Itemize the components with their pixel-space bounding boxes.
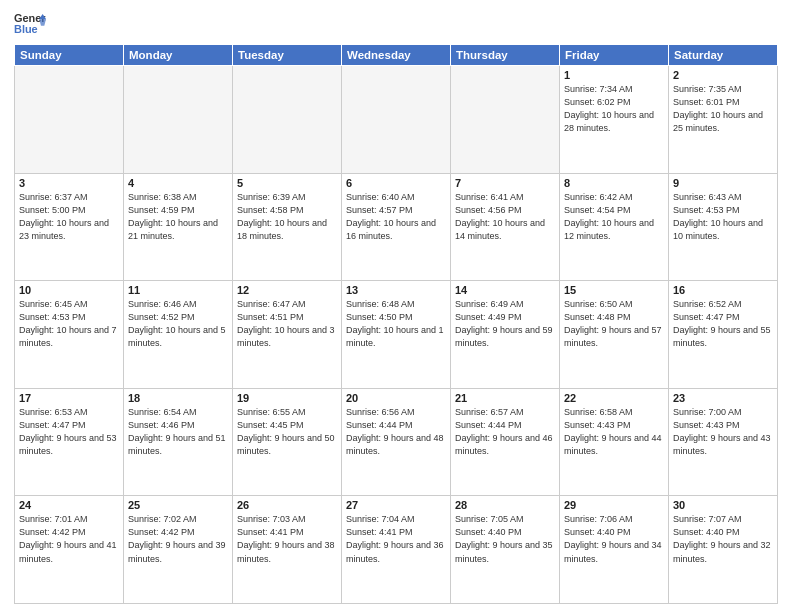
calendar-cell: 19Sunrise: 6:55 AM Sunset: 4:45 PM Dayli…: [233, 388, 342, 496]
day-number: 9: [673, 177, 773, 189]
weekday-header-thursday: Thursday: [451, 45, 560, 66]
day-info: Sunrise: 6:53 AM Sunset: 4:47 PM Dayligh…: [19, 406, 119, 458]
weekday-header-row: SundayMondayTuesdayWednesdayThursdayFrid…: [15, 45, 778, 66]
calendar-cell: 16Sunrise: 6:52 AM Sunset: 4:47 PM Dayli…: [669, 281, 778, 389]
calendar-table: SundayMondayTuesdayWednesdayThursdayFrid…: [14, 44, 778, 604]
day-info: Sunrise: 7:05 AM Sunset: 4:40 PM Dayligh…: [455, 513, 555, 565]
week-row-2: 10Sunrise: 6:45 AM Sunset: 4:53 PM Dayli…: [15, 281, 778, 389]
svg-text:Blue: Blue: [14, 23, 38, 35]
calendar-cell: 6Sunrise: 6:40 AM Sunset: 4:57 PM Daylig…: [342, 173, 451, 281]
day-info: Sunrise: 7:35 AM Sunset: 6:01 PM Dayligh…: [673, 83, 773, 135]
calendar-cell: 26Sunrise: 7:03 AM Sunset: 4:41 PM Dayli…: [233, 496, 342, 604]
day-info: Sunrise: 6:49 AM Sunset: 4:49 PM Dayligh…: [455, 298, 555, 350]
logo-icon: General Blue: [14, 10, 46, 38]
calendar-cell: 23Sunrise: 7:00 AM Sunset: 4:43 PM Dayli…: [669, 388, 778, 496]
day-info: Sunrise: 7:03 AM Sunset: 4:41 PM Dayligh…: [237, 513, 337, 565]
calendar-cell: [15, 66, 124, 174]
calendar-cell: 14Sunrise: 6:49 AM Sunset: 4:49 PM Dayli…: [451, 281, 560, 389]
day-info: Sunrise: 7:04 AM Sunset: 4:41 PM Dayligh…: [346, 513, 446, 565]
day-number: 26: [237, 499, 337, 511]
day-number: 27: [346, 499, 446, 511]
day-number: 14: [455, 284, 555, 296]
calendar-cell: 20Sunrise: 6:56 AM Sunset: 4:44 PM Dayli…: [342, 388, 451, 496]
day-info: Sunrise: 6:54 AM Sunset: 4:46 PM Dayligh…: [128, 406, 228, 458]
day-info: Sunrise: 6:42 AM Sunset: 4:54 PM Dayligh…: [564, 191, 664, 243]
day-info: Sunrise: 6:41 AM Sunset: 4:56 PM Dayligh…: [455, 191, 555, 243]
day-info: Sunrise: 7:02 AM Sunset: 4:42 PM Dayligh…: [128, 513, 228, 565]
day-number: 13: [346, 284, 446, 296]
day-number: 8: [564, 177, 664, 189]
day-number: 12: [237, 284, 337, 296]
week-row-0: 1Sunrise: 7:34 AM Sunset: 6:02 PM Daylig…: [15, 66, 778, 174]
day-info: Sunrise: 6:40 AM Sunset: 4:57 PM Dayligh…: [346, 191, 446, 243]
day-number: 17: [19, 392, 119, 404]
day-info: Sunrise: 6:38 AM Sunset: 4:59 PM Dayligh…: [128, 191, 228, 243]
calendar-cell: 4Sunrise: 6:38 AM Sunset: 4:59 PM Daylig…: [124, 173, 233, 281]
day-number: 30: [673, 499, 773, 511]
calendar-cell: [124, 66, 233, 174]
calendar-cell: [342, 66, 451, 174]
day-number: 3: [19, 177, 119, 189]
calendar-cell: 7Sunrise: 6:41 AM Sunset: 4:56 PM Daylig…: [451, 173, 560, 281]
calendar-cell: 10Sunrise: 6:45 AM Sunset: 4:53 PM Dayli…: [15, 281, 124, 389]
day-info: Sunrise: 7:01 AM Sunset: 4:42 PM Dayligh…: [19, 513, 119, 565]
day-number: 23: [673, 392, 773, 404]
calendar-cell: 18Sunrise: 6:54 AM Sunset: 4:46 PM Dayli…: [124, 388, 233, 496]
day-info: Sunrise: 7:00 AM Sunset: 4:43 PM Dayligh…: [673, 406, 773, 458]
weekday-header-friday: Friday: [560, 45, 669, 66]
weekday-header-monday: Monday: [124, 45, 233, 66]
weekday-header-wednesday: Wednesday: [342, 45, 451, 66]
day-number: 10: [19, 284, 119, 296]
calendar-cell: 1Sunrise: 7:34 AM Sunset: 6:02 PM Daylig…: [560, 66, 669, 174]
page: General Blue SundayMondayTuesdayWednesda…: [0, 0, 792, 612]
calendar-cell: 3Sunrise: 6:37 AM Sunset: 5:00 PM Daylig…: [15, 173, 124, 281]
calendar-cell: 28Sunrise: 7:05 AM Sunset: 4:40 PM Dayli…: [451, 496, 560, 604]
day-info: Sunrise: 6:46 AM Sunset: 4:52 PM Dayligh…: [128, 298, 228, 350]
day-info: Sunrise: 6:50 AM Sunset: 4:48 PM Dayligh…: [564, 298, 664, 350]
day-info: Sunrise: 6:57 AM Sunset: 4:44 PM Dayligh…: [455, 406, 555, 458]
day-number: 2: [673, 69, 773, 81]
day-info: Sunrise: 6:58 AM Sunset: 4:43 PM Dayligh…: [564, 406, 664, 458]
logo: General Blue: [14, 10, 46, 38]
calendar-cell: [451, 66, 560, 174]
day-info: Sunrise: 6:43 AM Sunset: 4:53 PM Dayligh…: [673, 191, 773, 243]
day-number: 25: [128, 499, 228, 511]
calendar-cell: 2Sunrise: 7:35 AM Sunset: 6:01 PM Daylig…: [669, 66, 778, 174]
day-info: Sunrise: 7:07 AM Sunset: 4:40 PM Dayligh…: [673, 513, 773, 565]
calendar-cell: 17Sunrise: 6:53 AM Sunset: 4:47 PM Dayli…: [15, 388, 124, 496]
day-info: Sunrise: 6:37 AM Sunset: 5:00 PM Dayligh…: [19, 191, 119, 243]
calendar-cell: 27Sunrise: 7:04 AM Sunset: 4:41 PM Dayli…: [342, 496, 451, 604]
week-row-4: 24Sunrise: 7:01 AM Sunset: 4:42 PM Dayli…: [15, 496, 778, 604]
day-number: 28: [455, 499, 555, 511]
day-info: Sunrise: 7:06 AM Sunset: 4:40 PM Dayligh…: [564, 513, 664, 565]
calendar-cell: 12Sunrise: 6:47 AM Sunset: 4:51 PM Dayli…: [233, 281, 342, 389]
day-number: 22: [564, 392, 664, 404]
day-number: 18: [128, 392, 228, 404]
day-info: Sunrise: 6:47 AM Sunset: 4:51 PM Dayligh…: [237, 298, 337, 350]
calendar-cell: 30Sunrise: 7:07 AM Sunset: 4:40 PM Dayli…: [669, 496, 778, 604]
day-number: 11: [128, 284, 228, 296]
weekday-header-tuesday: Tuesday: [233, 45, 342, 66]
day-info: Sunrise: 6:55 AM Sunset: 4:45 PM Dayligh…: [237, 406, 337, 458]
day-info: Sunrise: 7:34 AM Sunset: 6:02 PM Dayligh…: [564, 83, 664, 135]
calendar-cell: 13Sunrise: 6:48 AM Sunset: 4:50 PM Dayli…: [342, 281, 451, 389]
calendar-cell: 11Sunrise: 6:46 AM Sunset: 4:52 PM Dayli…: [124, 281, 233, 389]
calendar-cell: 24Sunrise: 7:01 AM Sunset: 4:42 PM Dayli…: [15, 496, 124, 604]
day-number: 1: [564, 69, 664, 81]
week-row-1: 3Sunrise: 6:37 AM Sunset: 5:00 PM Daylig…: [15, 173, 778, 281]
calendar-cell: 15Sunrise: 6:50 AM Sunset: 4:48 PM Dayli…: [560, 281, 669, 389]
day-number: 20: [346, 392, 446, 404]
svg-marker-3: [39, 19, 46, 26]
calendar-cell: 22Sunrise: 6:58 AM Sunset: 4:43 PM Dayli…: [560, 388, 669, 496]
day-info: Sunrise: 6:56 AM Sunset: 4:44 PM Dayligh…: [346, 406, 446, 458]
weekday-header-sunday: Sunday: [15, 45, 124, 66]
calendar-cell: 25Sunrise: 7:02 AM Sunset: 4:42 PM Dayli…: [124, 496, 233, 604]
day-number: 21: [455, 392, 555, 404]
day-number: 6: [346, 177, 446, 189]
day-number: 5: [237, 177, 337, 189]
calendar-cell: 8Sunrise: 6:42 AM Sunset: 4:54 PM Daylig…: [560, 173, 669, 281]
day-number: 29: [564, 499, 664, 511]
day-number: 16: [673, 284, 773, 296]
calendar-cell: [233, 66, 342, 174]
day-info: Sunrise: 6:48 AM Sunset: 4:50 PM Dayligh…: [346, 298, 446, 350]
